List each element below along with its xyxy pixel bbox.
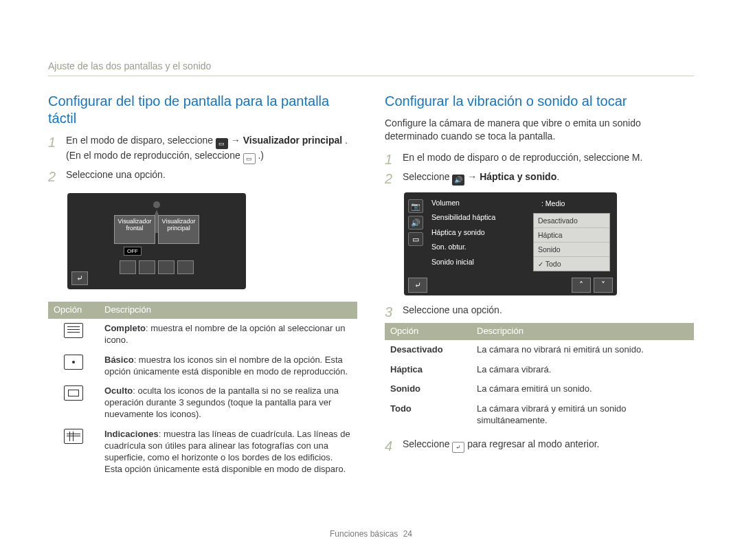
display-settings-screenshot: Visualizadorfrontal Visualizadorprincipa…: [67, 193, 246, 289]
row-desc: La cámara vibrará y emitirá un sonido si…: [471, 399, 694, 431]
breadcrumb: Ajuste de las dos pantallas y el sonido: [48, 60, 694, 76]
right-intro: Conﬁgure la cámara de manera que vibre o…: [385, 117, 694, 143]
step-number: 2: [385, 170, 397, 186]
haptic-settings-screenshot: 📷 🔊 ▭ Volumen Sensibilidad háptica Hápti…: [404, 192, 617, 295]
right-column: Conﬁgurar la vibración o sonido al tocar…: [385, 93, 694, 480]
sound-icon: 🔊: [452, 175, 464, 186]
main-display-tile: Visualizadorprincipal: [158, 215, 199, 244]
arrow: →: [231, 135, 243, 146]
right-step-1: 1 En el modo de disparo o de reproducció…: [385, 151, 694, 166]
option-icon: [177, 260, 194, 274]
option-icon: [139, 260, 155, 274]
table-row: Completo: muestra el nombre de la opción…: [48, 319, 357, 350]
text: para regresar al modo anterior.: [467, 438, 599, 449]
step-number: 2: [48, 168, 60, 183]
display-icon: ▭: [216, 138, 228, 149]
text: .: [556, 171, 559, 182]
row-desc: La cámara emitirá un sonido.: [471, 379, 694, 399]
table-header-option: Opción: [385, 323, 471, 340]
footer-section: Funciones básicas: [330, 529, 398, 539]
step-number: 1: [385, 151, 397, 166]
row-label: Desactivado: [390, 344, 443, 355]
row-desc: : muestra los iconos sin el nombre de la…: [104, 355, 348, 377]
menu-labels: Volumen Sensibilidad háptica Háptica y s…: [431, 199, 495, 267]
text: Seleccione: [403, 171, 452, 182]
icon-row: [120, 260, 194, 274]
step-number: 1: [48, 134, 60, 164]
left-step-1: 1 En el modo de disparo, seleccione ▭ → …: [48, 134, 357, 164]
basic-icon: [64, 355, 83, 370]
option-icon: [120, 260, 136, 274]
row-label: Háptica: [390, 364, 423, 374]
left-section-title: Conﬁgurar del tipo de pantalla para la p…: [48, 93, 357, 127]
haptic-dropdown: Desactivado Háptica Sonido Todo: [533, 213, 610, 271]
table-row: Básico: muestra los iconos sin el nombre…: [48, 350, 357, 382]
haptic-options-table: Opción Descripción Desactivado La cámara…: [385, 323, 694, 431]
dropdown-option-selected: Todo: [534, 257, 609, 271]
right-step-4: 4 Seleccione ⤶ para regresar al modo ant…: [385, 438, 694, 453]
hidden-icon: [64, 385, 83, 401]
text: .): [258, 150, 264, 161]
display-options-table: Opción Descripción Completo: muestra el …: [48, 302, 357, 480]
back-icon: ⤶: [71, 271, 88, 285]
step-number: 4: [385, 438, 397, 453]
row-label: Completo: [104, 323, 146, 333]
table-header-description: Descripción: [471, 323, 694, 340]
row-label: Todo: [390, 403, 412, 414]
menu-item: Háptica y sonido: [431, 229, 495, 237]
left-column: Conﬁgurar del tipo de pantalla para la p…: [48, 93, 357, 480]
arrow: →: [467, 171, 480, 182]
row-desc: La cámara vibrará.: [471, 360, 694, 380]
front-display-tile: Visualizadorfrontal: [114, 215, 155, 244]
back-icon: ⤶: [452, 442, 464, 453]
left-step-2: 2 Seleccione una opción.: [48, 168, 357, 183]
menu-item: Sensibilidad háptica: [431, 214, 495, 222]
row-desc: : oculta los iconos de la pantalla si no…: [104, 385, 339, 419]
text: Seleccione una opción.: [66, 168, 357, 183]
row-label: Básico: [104, 355, 134, 365]
table-header-description: Descripción: [99, 302, 357, 319]
row-label: Sonido: [390, 383, 420, 394]
dropdown-option: Háptica: [534, 228, 609, 243]
page-footer: Funciones básicas 24: [0, 529, 742, 539]
table-row: Oculto: oculta los iconos de la pantalla…: [48, 381, 357, 425]
row-desc: La cámara no vibrará ni emitirá un sonid…: [471, 340, 694, 360]
menu-item: Son. obtur.: [431, 243, 495, 251]
up-icon: ˄: [572, 278, 591, 293]
display-alt-icon: ▭: [243, 153, 256, 164]
table-row: Sonido La cámara emitirá un sonido.: [385, 379, 694, 399]
text: Seleccione: [403, 438, 452, 449]
dropdown-option: Desactivado: [534, 214, 609, 228]
right-step-2: 2 Seleccione 🔊 → Háptica y sonido.: [385, 170, 694, 186]
page-number: 24: [403, 529, 412, 539]
text: Seleccione una opción.: [403, 304, 694, 319]
menu-item: Volumen: [431, 199, 495, 208]
complete-icon: [64, 323, 83, 338]
table-row: Desactivado La cámara no vibrará ni emit…: [385, 340, 694, 360]
table-row: Todo La cámara vibrará y emitirá un soni…: [385, 399, 694, 431]
bold-text: Visualizador principal: [243, 135, 342, 146]
camera-icon: 📷: [408, 199, 423, 213]
sound-icon: 🔊: [408, 216, 423, 229]
display-icon: ▭: [408, 232, 423, 246]
dropdown-option: Sonido: [534, 243, 609, 257]
row-label: Oculto: [104, 385, 133, 396]
text: En el modo de disparo, seleccione: [66, 135, 216, 146]
off-badge: OFF: [124, 247, 142, 256]
right-section-title: Conﬁgurar la vibración o sonido al tocar: [385, 93, 694, 110]
down-icon: ˅: [594, 278, 613, 293]
step-number: 3: [385, 304, 397, 319]
row-label: Indicaciones: [104, 429, 159, 439]
value-medio: : Medio: [541, 199, 565, 208]
option-icon: [158, 260, 175, 274]
table-row: Háptica La cámara vibrará.: [385, 360, 694, 380]
bold-text: Háptica y sonido: [480, 171, 556, 182]
menu-item: Sonido inicial: [431, 258, 495, 267]
text: En el modo de disparo o de reproducción,…: [403, 151, 694, 166]
back-icon: ⤶: [408, 278, 427, 293]
grid-icon: [64, 429, 83, 444]
table-header-option: Opción: [48, 302, 99, 319]
side-icons: 📷 🔊 ▭: [407, 197, 425, 273]
table-row: Indicaciones: muestra las líneas de cuad…: [48, 425, 357, 480]
right-step-3: 3 Seleccione una opción.: [385, 304, 694, 319]
